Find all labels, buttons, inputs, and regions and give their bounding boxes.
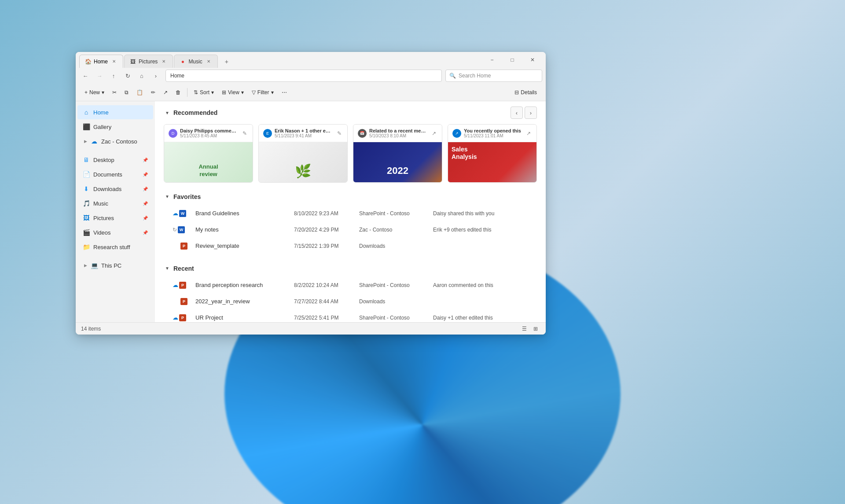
- more-button[interactable]: ⋯: [278, 86, 290, 99]
- videos-pin-icon: 📌: [143, 230, 148, 235]
- list-item[interactable]: ☁ P Brand perception research 8/2/2022 1…: [164, 277, 537, 293]
- file-location-review-template: Downloads: [359, 243, 430, 249]
- explorer-window: 🏠 Home ✕ 🖼 Pictures ✕ ● Music ✕ + − □ ✕: [76, 52, 546, 335]
- item-count: 14 items: [81, 326, 101, 332]
- chevron-button[interactable]: ›: [150, 70, 162, 82]
- paste-button[interactable]: 📋: [133, 86, 147, 99]
- home-nav-button[interactable]: ⌂: [136, 70, 148, 82]
- cut-button[interactable]: ✂: [109, 86, 120, 99]
- rec-card-brand-design[interactable]: 📅 Related to a recent meeting 5/10/2023 …: [353, 124, 442, 183]
- copy-button[interactable]: ⧉: [121, 86, 132, 99]
- address-bar[interactable]: Home: [165, 70, 442, 82]
- file-date-my-notes: 7/20/2022 4:29 PM: [294, 227, 356, 233]
- rec-card-plant-care[interactable]: E Erik Nason + 1 other edited this 5/11/…: [258, 124, 348, 183]
- maximize-button[interactable]: □: [503, 53, 522, 67]
- cloud-icon-1: ☁: [173, 210, 178, 217]
- sidebar-item-this-pc[interactable]: ▶ 💻 This PC: [77, 258, 153, 272]
- recent-toggle[interactable]: ▼: [164, 265, 171, 272]
- brand-year-text: 2022: [387, 165, 408, 177]
- forward-button[interactable]: →: [93, 70, 106, 82]
- sidebar-gallery-label: Gallery: [93, 124, 111, 130]
- favorites-list: ☁ W Brand Guidelines 8/10/2022 9:23 AM S…: [164, 206, 537, 254]
- list-view-button[interactable]: ☰: [519, 324, 529, 334]
- pictures-tab-icon: 🖼: [130, 59, 136, 65]
- details-button[interactable]: ⊟ Details: [511, 86, 540, 99]
- sidebar-item-gallery[interactable]: ⬛ Gallery: [77, 120, 153, 134]
- minimize-button[interactable]: −: [482, 53, 502, 67]
- add-tab-button[interactable]: +: [220, 55, 233, 68]
- view-button[interactable]: ⊞ View ▾: [218, 86, 247, 99]
- rec-date-1: 5/11/2023 8:45 AM: [180, 133, 239, 138]
- sidebar-home-label: Home: [93, 109, 109, 116]
- tab-home[interactable]: 🏠 Home ✕: [79, 55, 123, 68]
- file-row-icons-5: P: [173, 298, 192, 305]
- word-icon-notes: W: [178, 226, 185, 233]
- rename-button[interactable]: ✏: [147, 86, 159, 99]
- tab-pictures-close[interactable]: ✕: [160, 58, 167, 65]
- tab-music[interactable]: ● Music ✕: [174, 55, 217, 68]
- rec-user-4: You recently opened this: [464, 128, 522, 133]
- sidebar-item-music[interactable]: 🎵 Music 📌: [77, 196, 153, 210]
- recommended-section: ▼ Recommended ‹ › D Daisy Philipps comme…: [155, 101, 546, 188]
- sidebar-downloads-label: Downloads: [93, 186, 121, 192]
- address-text: Home: [170, 73, 184, 79]
- file-row-icons-2: ↻ W: [173, 226, 192, 233]
- grid-view-button[interactable]: ⊞: [531, 324, 540, 334]
- sidebar-item-videos[interactable]: 🎬 Videos 📌: [77, 225, 153, 239]
- rec-thumbnail-4: SalesAnalysis VA: [448, 142, 536, 183]
- plant-emoji: 🌿: [295, 163, 311, 179]
- recommended-next-button[interactable]: ›: [525, 107, 537, 119]
- rec-action-icon-4: ↗: [525, 130, 532, 137]
- sidebar-item-home[interactable]: ⌂ Home: [77, 105, 153, 119]
- close-button[interactable]: ✕: [523, 53, 542, 67]
- rec-action-icon-2: ✎: [336, 130, 343, 137]
- sidebar-item-documents[interactable]: 📄 Documents 📌: [77, 167, 153, 181]
- list-item[interactable]: ☁ P UR Project 7/25/2022 5:41 PM SharePo…: [164, 310, 537, 322]
- tab-home-close[interactable]: ✕: [110, 58, 118, 65]
- sidebar-documents-label: Documents: [93, 171, 122, 178]
- sidebar-item-pictures[interactable]: 🖼 Pictures 📌: [77, 211, 153, 225]
- refresh-button[interactable]: ↻: [121, 70, 134, 82]
- rec-card-sales-analysis[interactable]: ↗ You recently opened this 5/11/2023 11:…: [448, 124, 537, 183]
- new-icon: +: [84, 89, 88, 96]
- share-button[interactable]: ↗: [160, 86, 171, 99]
- file-date-ur-project: 7/25/2022 5:41 PM: [294, 315, 356, 321]
- list-item[interactable]: ↻ W My notes 7/20/2022 4:29 PM Zac - Con…: [164, 222, 537, 238]
- music-sidebar-icon: 🎵: [83, 200, 90, 207]
- view-label: View: [228, 89, 239, 96]
- details-icon: ⊟: [514, 89, 519, 96]
- ppt-icon-brand-perception: P: [179, 282, 186, 289]
- rec-card-info-2: Erik Nason + 1 other edited this 5/11/20…: [275, 128, 333, 138]
- tab-music-close[interactable]: ✕: [205, 58, 212, 65]
- ppt-icon-template: P: [180, 243, 187, 250]
- sort-button[interactable]: ⇅ Sort ▾: [190, 86, 217, 99]
- rec-card-annual-review[interactable]: D Daisy Philipps commented on... 5/11/20…: [164, 124, 253, 183]
- sidebar-item-research-stuff[interactable]: 📁 Research stuff: [77, 240, 153, 254]
- search-box[interactable]: 🔍 Search Home: [445, 70, 542, 82]
- window-controls: − □ ✕: [482, 53, 546, 67]
- command-bar: + New ▾ ✂ ⧉ 📋 ✏ ↗ 🗑 ⇅ Sort ▾ ⊞ View ▾ ▽ …: [76, 84, 546, 101]
- sidebar-item-desktop[interactable]: 🖥 Desktop 📌: [77, 153, 153, 167]
- sidebar-item-zac-contoso[interactable]: ▶ ☁ Zac - Contoso: [77, 134, 153, 148]
- delete-button[interactable]: 🗑: [172, 86, 184, 99]
- favorites-toggle[interactable]: ▼: [164, 193, 171, 200]
- filter-button[interactable]: ▽ Filter ▾: [248, 86, 277, 99]
- sidebar-item-downloads[interactable]: ⬇ Downloads 📌: [77, 182, 153, 196]
- rec-user-3: Related to a recent meeting: [369, 128, 428, 133]
- sidebar-videos-label: Videos: [93, 229, 111, 236]
- list-item[interactable]: ☁ W Brand Guidelines 8/10/2022 9:23 AM S…: [164, 206, 537, 221]
- list-item[interactable]: P Review_template 7/15/2022 1:39 PM Down…: [164, 238, 537, 254]
- list-item[interactable]: P 2022_year_in_review 7/27/2022 8:44 AM …: [164, 294, 537, 309]
- cloud-icon-6: ☁: [173, 314, 178, 321]
- documents-sidebar-icon: 📄: [83, 171, 90, 178]
- sidebar-research-stuff-label: Research stuff: [93, 244, 130, 250]
- recommended-prev-button[interactable]: ‹: [511, 107, 523, 119]
- tab-pictures[interactable]: 🖼 Pictures ✕: [124, 55, 173, 68]
- rec-action-icon-1: ✎: [241, 130, 248, 137]
- file-activity-my-notes: Erik +9 others edited this: [433, 227, 528, 233]
- recommended-toggle[interactable]: ▼: [164, 109, 171, 116]
- back-button[interactable]: ←: [79, 70, 92, 82]
- up-button[interactable]: ↑: [107, 70, 120, 82]
- favorites-section: ▼ Favorites ☁ W Brand Guidelines 8/10/20…: [155, 188, 546, 260]
- new-button[interactable]: + New ▾: [81, 86, 108, 99]
